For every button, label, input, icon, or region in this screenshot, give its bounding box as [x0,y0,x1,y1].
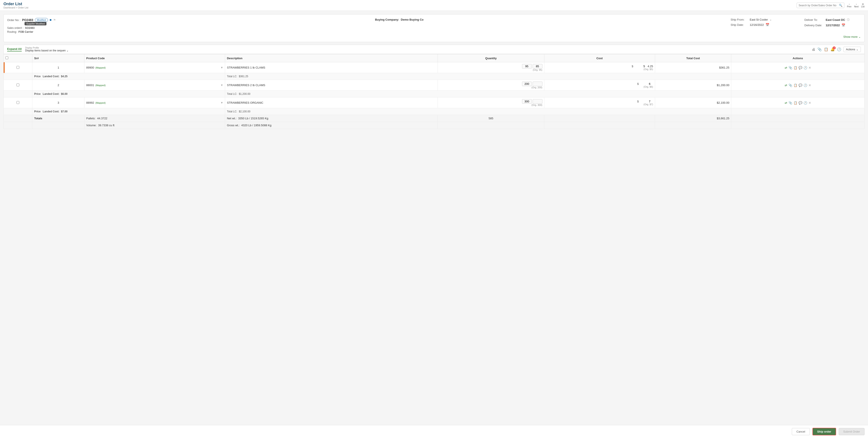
qty-modified-input[interactable] [522,99,532,104]
select-all-checkbox[interactable] [5,57,8,59]
attach-row-icon[interactable]: 📎 [788,83,792,87]
price-row: Price Landed Cost: $7.00 Total LC: $2,10… [4,108,865,115]
toolbar-right: 🖨 📎 📋 🔔 3 🕐 Actions ⌄ [812,47,861,52]
remove-row-icon[interactable]: ✖ [808,66,811,69]
ship-from-dropdown-icon[interactable]: ⌄ [770,18,772,21]
top-bar: Order List Dashboard > Order List 🔍 ‹ Pr… [0,0,868,11]
product-code-dropdown-icon[interactable]: ▼ [220,66,223,69]
row-sr: 2 [32,80,85,91]
product-code-dropdown-icon[interactable]: ▼ [220,83,223,87]
comment-row-icon[interactable]: 💬 [799,83,802,87]
copy-row-icon[interactable]: 📋 [794,101,797,105]
expand-all-button[interactable]: Expand All [7,47,22,52]
split-icon[interactable]: ⇄ [785,101,787,105]
qty-org-label: (Org. 300) [439,104,542,106]
comment-row-icon[interactable]: 💬 [799,101,802,105]
cost-inputs: $ [546,100,653,103]
qty-modified-input[interactable] [522,81,532,86]
comment-row-icon[interactable]: 💬 [799,66,802,69]
row-total-cost: $361.25 [655,62,731,73]
attach-icon[interactable]: 📎 [817,47,822,52]
row-actions: ⇄ 📎 📋 💬 🕐 ✖ [733,101,863,105]
order-no-row: Order No : PO2483 Modified ⚑ [7,18,68,22]
copy-icon[interactable]: 📋 [824,47,828,52]
row-product-code: 89900 (Mapped) ▼ [85,62,225,73]
deliver-to-info-icon[interactable]: ⓘ [847,18,849,22]
search-box[interactable]: 🔍 [797,3,844,8]
notify-badge: 3 [833,46,836,49]
page-title: Order List [3,2,28,6]
copy-row-icon[interactable]: 📋 [794,66,797,69]
split-icon[interactable]: ⇄ [785,83,787,87]
history-row-icon[interactable]: 🕐 [804,66,807,69]
flag-icon[interactable]: ⚑ [53,18,56,22]
row-sr: 1 [32,62,85,73]
row-checkbox[interactable] [17,66,19,69]
col-sr: Sr# [32,54,85,62]
prev-button[interactable]: ‹ Prev [847,3,851,8]
cost-input[interactable] [640,82,651,86]
history-row-icon[interactable]: 🕐 [804,83,807,87]
ship-date-value: 12/16/2022 [750,23,764,27]
qty-original-input[interactable] [533,99,542,104]
remove-row-icon[interactable]: ✖ [808,83,811,87]
search-input[interactable] [799,4,839,7]
cost-input[interactable] [634,65,645,68]
row-quantity: (Org. 300) [438,97,544,108]
deliver-to-row: Deliver To: East Coast DC ⓘ [804,18,861,22]
qty-modified-input[interactable] [522,64,532,69]
sales-order-value: SO2483 [25,27,34,30]
display-profile-dropdown[interactable]: Display items based on the sequen ⌄ [25,49,69,52]
attach-row-icon[interactable]: 📎 [788,101,792,105]
row-checkbox[interactable] [17,83,19,86]
modified-badge[interactable]: Modified [35,18,48,22]
total-lc-cell: Total LC: $2,100.00 [225,108,731,115]
cost-currency-symbol: $ [632,65,633,68]
search-icon[interactable]: 🔍 [839,4,842,7]
cost-currency-symbol: $ [637,82,639,86]
modified-dot [50,19,52,21]
row-cost: $ (Org. $7) [544,97,655,108]
product-code-dropdown-icon[interactable]: ▼ [220,101,223,104]
list-button[interactable]: ☰ List [861,3,865,8]
row-checkbox[interactable] [17,101,19,104]
order-info-left: Order No : PO2483 Modified ⚑ Supplier Mo… [7,18,68,33]
history-icon[interactable]: 🕐 [837,47,841,52]
ship-date-calendar-icon[interactable]: 📅 [766,23,769,27]
cost-modified-value: 4.25 [648,65,653,68]
qty-original-input[interactable] [533,64,542,69]
remove-row-icon[interactable]: ✖ [808,101,811,105]
order-header: Order No : PO2483 Modified ⚑ Supplier Mo… [3,14,865,42]
qty-inputs [439,99,542,104]
order-info-deliver: Deliver To: East Coast DC ⓘ Delivery Dat… [804,18,861,27]
volume-row: Volume: 39.7338 cu ft Gross wt.: 4320 Lb… [4,122,865,129]
order-no-label: Order No : [7,19,21,22]
table-row: 3 88992 (Mapped) ▼ STRAWBERRIES ORGANIC … [4,97,865,108]
actions-dropdown[interactable]: Actions ⌄ [843,47,861,52]
delivery-date-calendar-icon[interactable]: 📅 [841,24,845,27]
history-row-icon[interactable]: 🕐 [804,101,807,105]
mapped-badge: (Mapped) [95,66,105,69]
delivery-date-value: 12/17/2022 [826,24,840,27]
col-cost: Cost [544,54,655,62]
breadcrumb: Dashboard > Order List [3,6,28,9]
split-icon[interactable]: ⇄ [785,66,787,69]
copy-row-icon[interactable]: 📋 [794,83,797,87]
product-code-value: 88992 [86,101,94,104]
cost-org-label: (Org. $7) [546,103,653,106]
order-items-table: Sr# Product Code Description Quantity Co… [3,54,865,129]
row-actions-cell: ⇄ 📎 📋 💬 🕐 ✖ [731,80,865,91]
ship-from-value: East St Cooler [750,18,768,21]
notify-icon[interactable]: 🔔 3 [831,47,835,52]
qty-original-input[interactable] [533,81,542,86]
toolbar-left: Expand All Display Profile Display items… [7,47,69,52]
next-button[interactable]: › Next [854,3,859,8]
routing-value: FOB Carrier [19,30,33,33]
table-header-row: Sr# Product Code Description Quantity Co… [4,54,865,62]
print-icon[interactable]: 🖨 [812,47,815,52]
buying-company-label: Buying Company: [375,18,399,21]
attach-row-icon[interactable]: 📎 [788,66,792,69]
show-more-button[interactable]: Show more ⌄ [843,35,861,38]
row-quantity: (Org. 95) [438,62,544,73]
cost-input[interactable] [640,100,651,103]
